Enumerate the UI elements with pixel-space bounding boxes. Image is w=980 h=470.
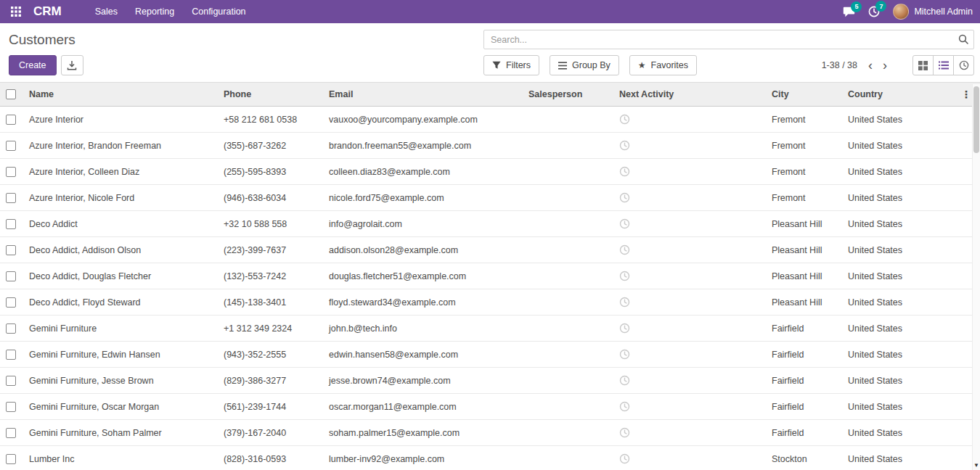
cell-next-activity[interactable] (612, 446, 764, 470)
cell-phone[interactable]: +32 10 588 558 (216, 211, 322, 237)
cell-salesperson[interactable] (521, 446, 612, 470)
cell-city[interactable]: Fairfield (764, 368, 841, 394)
cell-name[interactable]: Azure Interior (22, 107, 216, 133)
row-checkbox[interactable] (6, 376, 16, 386)
menu-reporting[interactable]: Reporting (126, 0, 183, 23)
group-by-button[interactable]: Group By (550, 55, 619, 75)
cell-next-activity[interactable] (612, 263, 764, 289)
cell-salesperson[interactable] (521, 237, 612, 263)
cell-name[interactable]: Azure Interior, Brandon Freeman (22, 133, 216, 159)
cell-phone[interactable]: (379)-167-2040 (216, 420, 322, 446)
cell-country[interactable]: United States (841, 420, 920, 446)
pager-next-button[interactable]: › (878, 59, 892, 72)
cell-email[interactable]: colleen.diaz83@example.com (322, 159, 521, 185)
cell-email[interactable]: john.b@tech.info (322, 316, 521, 342)
cell-country[interactable]: United States (841, 289, 920, 316)
select-all-checkbox[interactable] (6, 89, 16, 99)
cell-salesperson[interactable] (521, 420, 612, 446)
column-header-city[interactable]: City (764, 83, 841, 107)
row-checkbox[interactable] (6, 271, 16, 281)
search-icon[interactable] (958, 34, 968, 46)
column-header-salesperson[interactable]: Salesperson (521, 83, 612, 107)
cell-salesperson[interactable] (521, 368, 612, 394)
cell-salesperson[interactable] (521, 185, 612, 211)
column-header-phone[interactable]: Phone (216, 83, 322, 107)
column-header-email[interactable]: Email (322, 83, 521, 107)
cell-phone[interactable]: +1 312 349 2324 (216, 316, 322, 342)
cell-next-activity[interactable] (612, 211, 764, 237)
cell-city[interactable]: Pleasant Hill (764, 263, 841, 289)
cell-country[interactable]: United States (841, 133, 920, 159)
table-row[interactable]: Deco Addict, Floyd Steward (145)-138-340… (0, 289, 980, 316)
scrollbar-down-arrow-icon[interactable]: ▼ (973, 461, 980, 470)
user-menu[interactable]: Mitchell Admin (893, 4, 973, 20)
cell-country[interactable]: United States (841, 342, 920, 368)
row-checkbox[interactable] (6, 193, 16, 203)
cell-next-activity[interactable] (612, 107, 764, 133)
cell-city[interactable]: Fremont (764, 185, 841, 211)
cell-phone[interactable]: (145)-138-3401 (216, 289, 322, 316)
cell-salesperson[interactable] (521, 133, 612, 159)
messages-icon[interactable]: 5 (843, 7, 855, 17)
row-checkbox[interactable] (6, 454, 16, 464)
cell-email[interactable]: jesse.brown74@example.com (322, 368, 521, 394)
cell-phone[interactable]: (561)-239-1744 (216, 394, 322, 420)
cell-email[interactable]: info@agrolait.com (322, 211, 521, 237)
table-row[interactable]: Gemini Furniture, Oscar Morgan (561)-239… (0, 394, 980, 420)
row-checkbox[interactable] (6, 297, 16, 308)
cell-next-activity[interactable] (612, 394, 764, 420)
row-checkbox[interactable] (6, 245, 16, 255)
cell-email[interactable]: vauxoo@yourcompany.example.com (322, 107, 521, 133)
cell-name[interactable]: Gemini Furniture, Oscar Morgan (22, 394, 216, 420)
cell-email[interactable]: edwin.hansen58@example.com (322, 342, 521, 368)
cell-next-activity[interactable] (612, 289, 764, 316)
row-checkbox[interactable] (6, 323, 16, 334)
cell-country[interactable]: United States (841, 263, 920, 289)
cell-email[interactable]: soham.palmer15@example.com (322, 420, 521, 446)
column-header-country[interactable]: Country (841, 83, 920, 107)
cell-phone[interactable]: (132)-553-7242 (216, 263, 322, 289)
menu-configuration[interactable]: Configuration (183, 0, 254, 23)
cell-phone[interactable]: (943)-352-2555 (216, 342, 322, 368)
table-row[interactable]: Gemini Furniture, Jesse Brown (829)-386-… (0, 368, 980, 394)
cell-name[interactable]: Deco Addict, Floyd Steward (22, 289, 216, 316)
cell-city[interactable]: Fremont (764, 133, 841, 159)
cell-name[interactable]: Lumber Inc (22, 446, 216, 470)
search-input[interactable] (483, 30, 974, 49)
table-row[interactable]: Azure Interior +58 212 681 0538 vauxoo@y… (0, 107, 980, 133)
cell-city[interactable]: Fairfield (764, 316, 841, 342)
cell-email[interactable]: floyd.steward34@example.com (322, 289, 521, 316)
cell-country[interactable]: United States (841, 237, 920, 263)
cell-next-activity[interactable] (612, 237, 764, 263)
cell-city[interactable]: Pleasant Hill (764, 211, 841, 237)
app-title[interactable]: CRM (33, 4, 62, 19)
cell-country[interactable]: United States (841, 446, 920, 470)
cell-country[interactable]: United States (841, 185, 920, 211)
cell-name[interactable]: Gemini Furniture, Edwin Hansen (22, 342, 216, 368)
cell-salesperson[interactable] (521, 159, 612, 185)
cell-name[interactable]: Deco Addict, Addison Olson (22, 237, 216, 263)
cell-name[interactable]: Deco Addict (22, 211, 216, 237)
cell-city[interactable]: Fairfield (764, 394, 841, 420)
cell-city[interactable]: Fremont (764, 107, 841, 133)
cell-next-activity[interactable] (612, 159, 764, 185)
cell-phone[interactable]: (946)-638-6034 (216, 185, 322, 211)
cell-name[interactable]: Gemini Furniture (22, 316, 216, 342)
cell-phone[interactable]: (255)-595-8393 (216, 159, 322, 185)
cell-next-activity[interactable] (612, 133, 764, 159)
column-header-name[interactable]: Name (22, 83, 216, 107)
cell-email[interactable]: brandon.freeman55@example.com (322, 133, 521, 159)
cell-phone[interactable]: (355)-687-3262 (216, 133, 322, 159)
row-checkbox[interactable] (6, 402, 16, 412)
cell-country[interactable]: United States (841, 316, 920, 342)
favorites-button[interactable]: ★ Favorites (629, 55, 697, 75)
cell-city[interactable]: Fremont (764, 159, 841, 185)
cell-city[interactable]: Fairfield (764, 420, 841, 446)
row-checkbox[interactable] (6, 219, 16, 229)
cell-next-activity[interactable] (612, 316, 764, 342)
cell-salesperson[interactable] (521, 107, 612, 133)
cell-name[interactable]: Azure Interior, Colleen Diaz (22, 159, 216, 185)
table-row[interactable]: Lumber Inc (828)-316-0593 lumber-inv92@e… (0, 446, 980, 470)
cell-salesperson[interactable] (521, 316, 612, 342)
cell-email[interactable]: douglas.fletcher51@example.com (322, 263, 521, 289)
